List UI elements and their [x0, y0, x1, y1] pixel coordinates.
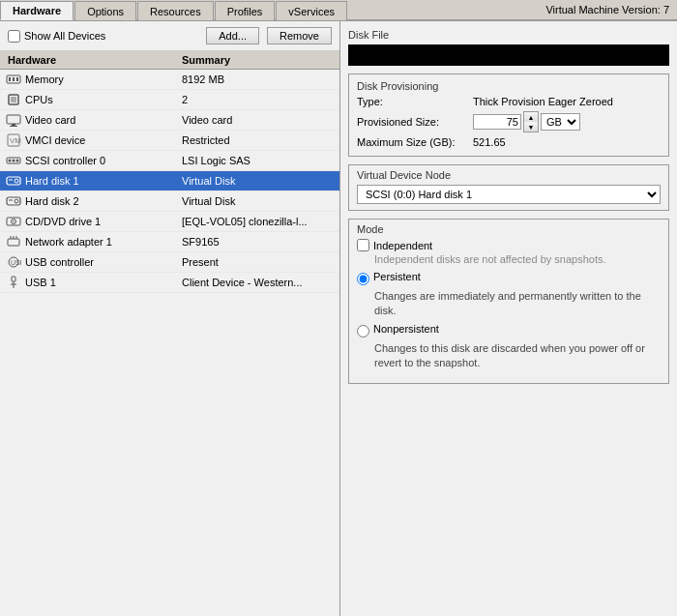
provisioned-size-input[interactable]	[473, 114, 521, 130]
show-all-devices-checkbox[interactable]: Show All Devices	[8, 30, 105, 43]
persistent-radio[interactable]	[357, 273, 369, 285]
spin-down-button[interactable]: ▼	[524, 122, 538, 132]
tab-hardware[interactable]: Hardware	[0, 1, 74, 20]
svg-rect-24	[8, 239, 19, 246]
table-row[interactable]: Network adapter 1 SF9165	[0, 232, 339, 252]
table-row[interactable]: Memory 8192 MB	[0, 70, 339, 90]
tab-resources[interactable]: Resources	[137, 1, 214, 20]
tab-bar: Hardware Options Resources Profiles vSer…	[0, 0, 677, 21]
svg-point-12	[9, 160, 12, 162]
hw-table: Hardware Summary Memory 8192 MB	[0, 51, 339, 616]
table-row[interactable]: CPUs 2	[0, 90, 339, 110]
mode-section: Mode Independent Independent disks are n…	[348, 219, 669, 384]
usb-ctrl-icon: USB	[6, 254, 21, 270]
cdrom-icon	[6, 214, 21, 229]
disk-provisioning-section: Disk Provisioning Type: Thick Provision …	[348, 73, 669, 157]
right-panel: Disk File Disk Provisioning Type: Thick …	[340, 21, 677, 616]
independent-desc: Independent disks are not affected by sn…	[374, 253, 661, 265]
svg-rect-5	[11, 97, 16, 103]
svg-point-19	[15, 199, 18, 203]
table-row[interactable]: USB 1 Client Device - Western...	[0, 273, 339, 293]
disk-file-label: Disk File	[348, 29, 669, 41]
type-label: Type:	[357, 96, 473, 107]
left-panel: Show All Devices Add... Remove Hardware …	[0, 21, 340, 616]
vmci-icon: VM	[6, 132, 21, 148]
max-size-label: Maximum Size (GB):	[357, 136, 473, 148]
disk-icon	[6, 173, 21, 189]
nonpersistent-radio[interactable]	[357, 325, 369, 337]
svg-point-23	[13, 220, 15, 222]
independent-checkbox[interactable]	[357, 239, 369, 251]
mode-label: Mode	[357, 223, 661, 235]
nonpersistent-label: Nonpersistent	[373, 323, 439, 335]
persistent-desc: Changes are immediately and permanently …	[374, 289, 661, 319]
provisioned-size-row: Provisioned Size: ▲ ▼ GB MB KB	[357, 111, 661, 132]
video-icon	[6, 112, 21, 128]
provisioned-size-label: Provisioned Size:	[357, 116, 473, 128]
svg-rect-8	[10, 126, 17, 127]
col-hardware-header: Hardware	[4, 53, 178, 67]
nonpersistent-radio-item: Nonpersistent	[357, 323, 661, 337]
vdn-section: Virtual Device Node SCSI (0:0) Hard disk…	[348, 164, 669, 211]
independent-row: Independent	[357, 239, 661, 251]
table-row[interactable]: Video card Video card	[0, 110, 339, 131]
max-size-value: 521.65	[473, 136, 506, 148]
disk-file-box	[348, 44, 669, 66]
nic-icon	[6, 234, 21, 249]
memory-icon	[6, 72, 21, 87]
table-row[interactable]: SCSI controller 0 LSI Logic SAS	[0, 151, 339, 171]
scsi-icon	[6, 153, 21, 168]
size-input-group: ▲ ▼ GB MB KB	[473, 111, 580, 132]
max-size-row: Maximum Size (GB): 521.65	[357, 136, 661, 148]
remove-button[interactable]: Remove	[267, 27, 332, 44]
svg-rect-30	[12, 277, 15, 281]
table-row[interactable]: CD/DVD drive 1 [EQL-VOL05] clonezilla-l.…	[0, 212, 339, 232]
spin-buttons: ▲ ▼	[523, 111, 539, 132]
vdn-select[interactable]: SCSI (0:0) Hard disk 1	[357, 185, 661, 204]
tab-profiles[interactable]: Profiles	[215, 1, 276, 20]
persistent-radio-item: Persistent	[357, 271, 661, 285]
spin-up-button[interactable]: ▲	[524, 112, 538, 122]
svg-text:VM: VM	[10, 136, 21, 145]
svg-rect-2	[13, 77, 15, 81]
disk-file-section: Disk File	[348, 29, 669, 66]
add-button[interactable]: Add...	[206, 27, 259, 44]
usb-icon	[6, 275, 21, 290]
tab-vservices[interactable]: vServices	[276, 1, 347, 20]
table-row[interactable]: Hard disk 2 Virtual Disk	[0, 191, 339, 212]
nonpersistent-desc: Changes to this disk are discarded when …	[374, 341, 661, 371]
table-row[interactable]: Hard disk 1 Virtual Disk	[0, 171, 339, 191]
table-row[interactable]: VM VMCI device Restricted	[0, 131, 339, 151]
svg-rect-6	[7, 115, 20, 124]
svg-text:USB: USB	[11, 259, 21, 266]
hw-table-header: Hardware Summary	[0, 51, 339, 70]
show-all-devices-input[interactable]	[8, 30, 20, 43]
disk-icon	[6, 193, 21, 209]
svg-rect-3	[16, 77, 18, 81]
independent-label: Independent	[373, 240, 432, 251]
disk-provisioning-label: Disk Provisioning	[357, 80, 661, 92]
version-label: Virtual Machine Version: 7	[545, 0, 677, 19]
svg-rect-7	[12, 124, 15, 126]
svg-point-13	[13, 160, 15, 162]
main-content: Show All Devices Add... Remove Hardware …	[0, 21, 677, 616]
col-summary-header: Summary	[178, 53, 336, 67]
table-row[interactable]: USB USB controller Present	[0, 252, 339, 273]
type-row: Type: Thick Provision Eager Zeroed	[357, 96, 661, 107]
cpu-icon	[6, 92, 21, 107]
svg-point-16	[15, 179, 18, 183]
unit-select[interactable]: GB MB KB	[541, 113, 580, 131]
tab-options[interactable]: Options	[74, 1, 136, 20]
svg-point-14	[16, 160, 19, 162]
type-value: Thick Provision Eager Zeroed	[473, 96, 613, 107]
toolbar: Show All Devices Add... Remove	[0, 21, 339, 51]
svg-rect-1	[9, 77, 11, 81]
vdn-label: Virtual Device Node	[357, 169, 661, 181]
persistent-label: Persistent	[373, 271, 421, 282]
